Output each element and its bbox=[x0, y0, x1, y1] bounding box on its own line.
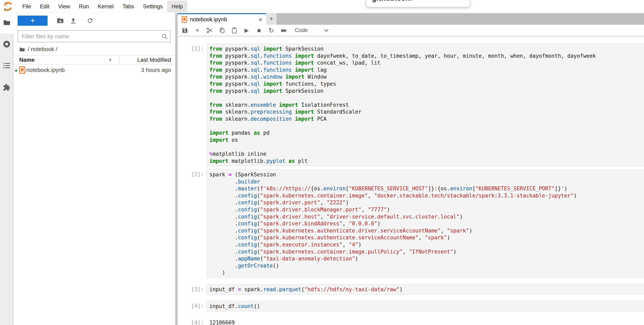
code-cell[interactable]: [1]:from pyspark.sql import SparkSession… bbox=[178, 44, 644, 166]
paste-icon bbox=[231, 27, 237, 34]
sidebar-tab-strip bbox=[0, 13, 13, 325]
save-button[interactable] bbox=[180, 26, 190, 35]
run-cell-button[interactable]: ▶ bbox=[242, 26, 251, 35]
file-name: notebook.ipynb bbox=[26, 67, 65, 73]
menu-settings[interactable]: Settings bbox=[138, 1, 167, 12]
notebook-file-icon bbox=[19, 66, 25, 74]
copy-icon bbox=[219, 27, 225, 34]
sidebar-item-extensions[interactable] bbox=[0, 80, 13, 95]
dock-tab-bar: notebook.ipynb × + bbox=[178, 13, 644, 25]
cell-type-dropdown[interactable]: Code bbox=[295, 27, 329, 34]
menu-file[interactable]: File bbox=[18, 1, 36, 12]
copy-cells-button[interactable] bbox=[218, 26, 226, 35]
upload-button[interactable] bbox=[68, 16, 78, 25]
puzzle-icon bbox=[3, 84, 10, 91]
new-folder-icon bbox=[57, 17, 64, 24]
save-icon bbox=[182, 27, 188, 34]
file-last-modified: 3 hours ago bbox=[141, 67, 171, 73]
tab-title: notebook.ipynb bbox=[190, 17, 257, 23]
notebook-scroll-area[interactable]: [1]:from pyspark.sql import SparkSession… bbox=[178, 37, 644, 325]
sort-ascending-icon[interactable]: ▲ bbox=[108, 57, 112, 61]
notebook-tab-icon bbox=[182, 16, 187, 23]
menubar: File Edit View Run Kernel Tabs Settings … bbox=[0, 0, 644, 13]
filter-files-input[interactable] bbox=[18, 30, 170, 42]
menu-run[interactable]: Run bbox=[74, 1, 94, 12]
home-folder-icon[interactable] bbox=[19, 46, 25, 52]
cell-output: [4]:12106669 bbox=[178, 317, 644, 325]
cut-cells-button[interactable] bbox=[205, 26, 214, 35]
column-header-last-modified[interactable]: Last Modified bbox=[137, 57, 171, 63]
panel-splitter[interactable] bbox=[175, 13, 178, 325]
code-cell[interactable]: [2]:spark = (SparkSession .builder .mast… bbox=[178, 169, 644, 278]
input-prompt: [3]: bbox=[178, 284, 206, 295]
notebook-toolbar: + ▶ ■ ↻ ▶▶ Code bbox=[178, 25, 644, 37]
tab-notebook[interactable]: notebook.ipynb × bbox=[178, 13, 266, 25]
restart-kernel-button[interactable]: ↻ bbox=[267, 26, 276, 35]
input-prompt: [1]: bbox=[178, 44, 206, 166]
browser-popup-origin: github.com bbox=[372, 0, 412, 3]
kernel-running-dot bbox=[15, 70, 17, 72]
new-tab-button[interactable]: + bbox=[266, 13, 276, 25]
new-launcher-button[interactable]: + bbox=[18, 16, 48, 26]
chevron-down-icon bbox=[324, 29, 329, 32]
refresh-icon bbox=[86, 17, 94, 24]
file-list-header: Name ▲ Last Modified bbox=[13, 55, 175, 64]
file-row-notebook[interactable]: notebook.ipynb 3 hours ago bbox=[13, 64, 175, 76]
cell-editor[interactable]: input_df = spark.read.parquet("hdfs://hd… bbox=[206, 284, 644, 295]
jupyter-logo-icon bbox=[3, 2, 13, 12]
sidebar-item-table-of-contents[interactable] bbox=[0, 59, 13, 73]
main-dock-panel: notebook.ipynb × + + bbox=[178, 13, 644, 325]
output-prompt: [4]: bbox=[178, 317, 206, 325]
output-text: 12106669 bbox=[206, 317, 644, 325]
filter-files-box bbox=[18, 30, 170, 42]
list-icon bbox=[3, 62, 10, 69]
cell-editor[interactable]: from pyspark.sql import SparkSessionfrom… bbox=[206, 44, 644, 166]
sidebar-item-running-sessions[interactable] bbox=[0, 37, 13, 51]
tab-close-icon[interactable]: × bbox=[258, 17, 262, 23]
paste-cells-button[interactable] bbox=[230, 26, 239, 35]
input-prompt: [4]: bbox=[178, 301, 206, 312]
upload-icon bbox=[70, 17, 77, 24]
breadcrumb-path[interactable]: / notebook / bbox=[28, 46, 57, 53]
breadcrumb: / notebook / bbox=[19, 46, 57, 53]
file-browser-toolbar: + bbox=[13, 13, 175, 28]
sidebar-strip-background bbox=[0, 34, 13, 325]
search-icon bbox=[161, 33, 168, 40]
menu-view[interactable]: View bbox=[54, 1, 74, 12]
cut-icon bbox=[206, 27, 213, 34]
code-cell[interactable]: [4]:input_df.count() bbox=[178, 301, 644, 312]
sidebar-item-file-browser[interactable] bbox=[0, 15, 13, 29]
column-divider bbox=[119, 56, 120, 64]
menu-tabs[interactable]: Tabs bbox=[118, 1, 138, 12]
add-cell-button[interactable]: + bbox=[193, 26, 202, 35]
new-folder-button[interactable] bbox=[56, 16, 65, 25]
code-cell[interactable]: [3]:input_df = spark.read.parquet("hdfs:… bbox=[178, 284, 644, 295]
menu-edit[interactable]: Edit bbox=[36, 1, 54, 12]
cell-editor[interactable]: input_df.count() bbox=[206, 301, 644, 312]
menu-kernel[interactable]: Kernel bbox=[94, 1, 118, 12]
file-browser-panel: + / notebook / Na bbox=[13, 13, 175, 325]
interrupt-kernel-button[interactable]: ■ bbox=[254, 26, 264, 35]
menu-help[interactable]: Help bbox=[167, 1, 187, 12]
folder-icon bbox=[3, 19, 10, 26]
input-prompt: [2]: bbox=[178, 169, 206, 278]
notebook-cells: [1]:from pyspark.sql import SparkSession… bbox=[178, 44, 644, 325]
browser-popup: github.com bbox=[366, 0, 470, 7]
column-header-name[interactable]: Name bbox=[19, 57, 34, 63]
refresh-button[interactable] bbox=[86, 16, 95, 25]
cell-editor[interactable]: spark = (SparkSession .builder .master(f… bbox=[206, 169, 644, 278]
restart-run-all-button[interactable]: ▶▶ bbox=[279, 26, 288, 35]
stop-circle-icon bbox=[3, 40, 11, 48]
cell-type-value: Code bbox=[295, 27, 308, 34]
